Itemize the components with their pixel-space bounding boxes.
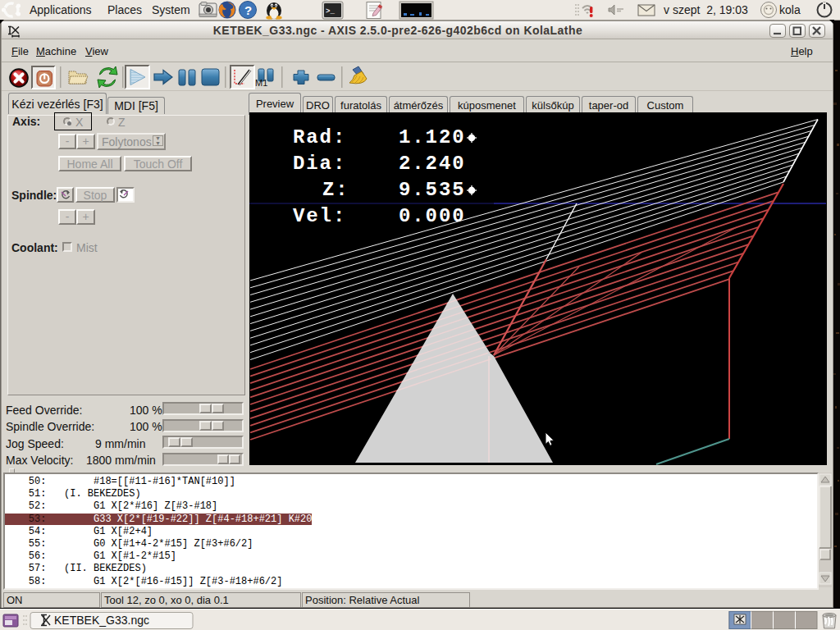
svg-text:Rad:: Rad: [293, 126, 346, 148]
svg-text:0.000: 0.000 [399, 205, 466, 227]
svg-text:Vel:: Vel: [293, 205, 346, 227]
svg-text:9.535: 9.535 [399, 179, 466, 201]
svg-text:2.240: 2.240 [399, 153, 466, 175]
svg-text:1.120: 1.120 [399, 126, 466, 148]
svg-text:>_: >_ [326, 7, 335, 16]
svg-text:KETBEK_G33.ngc: KETBEK_G33.ngc [54, 614, 149, 627]
svg-text:Z:: Z: [322, 179, 349, 201]
svg-text:Dia:: Dia: [293, 153, 346, 175]
svg-text:M1: M1 [255, 78, 267, 88]
svg-text:?: ? [244, 3, 252, 17]
